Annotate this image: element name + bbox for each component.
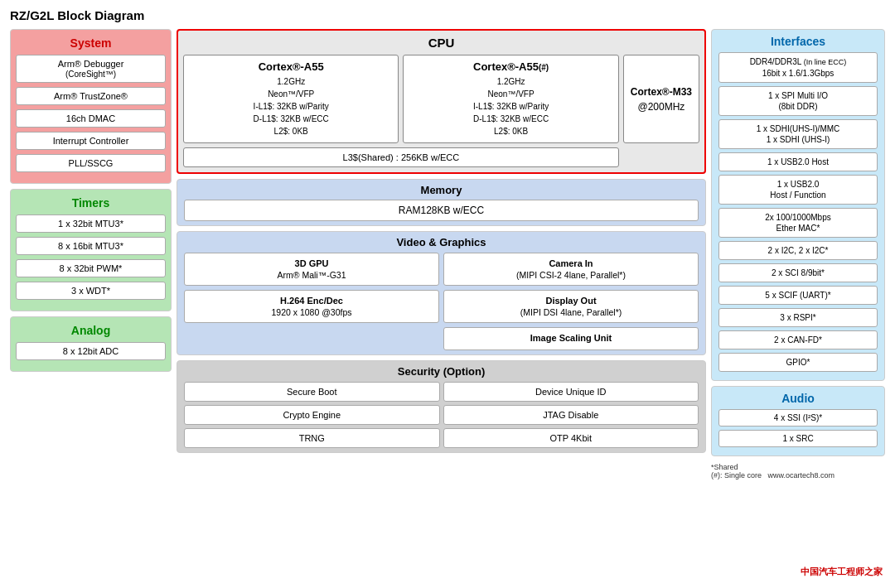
gpu-detail: Arm® Mali™-G31 bbox=[190, 270, 433, 280]
cortex-a55-1-detail: 1.2GHzNeon™/VFPI-L1$: 32KB w/ParityD-L1$… bbox=[191, 75, 391, 137]
page-wrapper: RZ/G2L Block Diagram System Arm® Debugge… bbox=[0, 0, 895, 588]
iface-sci: 2 x SCI 8/9bit* bbox=[718, 263, 878, 282]
security-box: Security (Option) Secure Boot Device Uni… bbox=[177, 360, 706, 453]
interfaces-box: Interfaces DDR4/DDR3L (In line ECC)16bit… bbox=[711, 29, 885, 381]
security-item-otp: OTP 4Kbit bbox=[443, 428, 699, 448]
video-inner: 3D GPU Arm® Mali™-G31 Camera In (MIPI CS… bbox=[184, 253, 699, 350]
cortex-m33-freq: @200MHz bbox=[631, 101, 692, 113]
audio-box: Audio 4 x SSI (I²S)* 1 x SRC bbox=[711, 386, 885, 456]
system-item-interrupt: Interrupt Controller bbox=[16, 132, 166, 150]
analog-box: Analog 8 x 12bit ADC bbox=[10, 316, 172, 372]
iface-gpio: GPIO* bbox=[718, 353, 878, 372]
display-detail: (MIPI DSI 4lane, Parallel*) bbox=[449, 307, 693, 317]
timer-item-3: 8 x 32bit PWM* bbox=[16, 259, 166, 277]
scaling-title: Image Scaling Unit bbox=[449, 333, 693, 343]
interfaces-title: Interfaces bbox=[718, 35, 878, 48]
memory-title: Memory bbox=[184, 184, 699, 196]
security-item-crypto: Crypto Engine bbox=[184, 405, 440, 425]
display-title: Display Out bbox=[449, 296, 693, 306]
iface-usb-hf: 1 x USB2.0Host / Function bbox=[718, 175, 878, 205]
timers-box: Timers 1 x 32bit MTU3* 8 x 16bit MTU3* 8… bbox=[10, 189, 172, 311]
memory-content: RAM128KB w/ECC bbox=[184, 200, 699, 221]
system-box: System Arm® Debugger(CoreSight™) Arm® Tr… bbox=[10, 29, 172, 184]
iface-canfd: 2 x CAN-FD* bbox=[718, 330, 878, 349]
video-item-scaling: Image Scaling Unit bbox=[443, 327, 699, 350]
cortex-a55-2-detail: 1.2GHzNeon™/VFPI-L1$: 32KB w/ParityD-L1$… bbox=[410, 75, 611, 137]
system-item-pll: PLL/SSCG bbox=[16, 154, 166, 172]
l3-shared: L3$(Shared) : 256KB w/ECC bbox=[183, 147, 619, 167]
memory-box: Memory RAM128KB w/ECC bbox=[177, 179, 706, 226]
timer-item-2: 8 x 16bit MTU3* bbox=[16, 237, 166, 255]
cpu-inner: Cortex®-A55 1.2GHzNeon™/VFPI-L1$: 32KB w… bbox=[183, 55, 699, 167]
h264-detail: 1920 x 1080 @30fps bbox=[190, 307, 433, 317]
video-item-gpu: 3D GPU Arm® Mali™-G31 bbox=[184, 253, 439, 286]
audio-title: Audio bbox=[718, 392, 878, 405]
system-item-debugger: Arm® Debugger(CoreSight™) bbox=[16, 55, 166, 83]
iface-usb-host: 1 x USB2.0 Host bbox=[718, 152, 878, 171]
timers-title: Timers bbox=[16, 196, 166, 210]
camera-detail: (MIPI CSI-2 4lane, Parallel*) bbox=[449, 270, 693, 280]
security-item-deviceid: Device Unique ID bbox=[443, 382, 699, 402]
video-item-display: Display Out (MIPI DSI 4lane, Parallel*) bbox=[443, 290, 699, 323]
analog-item-1: 8 x 12bit ADC bbox=[16, 342, 166, 360]
system-title: System bbox=[16, 36, 166, 50]
system-item-dmac: 16ch DMAC bbox=[16, 109, 166, 128]
iface-rspi: 3 x RSPI* bbox=[718, 308, 878, 327]
cortex-a55-2: Cortex®-A55(#) 1.2GHzNeon™/VFPI-L1$: 32K… bbox=[403, 55, 618, 143]
cortex-a55-2-name: Cortex®-A55(#) bbox=[410, 60, 611, 73]
video-title: Video & Graphics bbox=[184, 236, 699, 248]
cpu-box: CPU Cortex®-A55 1.2GHzNeon™/VFPI-L1$: 32… bbox=[177, 29, 706, 174]
security-title: Security (Option) bbox=[184, 365, 699, 378]
iface-sdhi: 1 x SDHI(UHS-I)/MMC1 x SDHI (UHS-I) bbox=[718, 119, 878, 149]
footnote-single: (#): Single core www.ocartech8.com bbox=[711, 471, 885, 480]
analog-title: Analog bbox=[16, 324, 166, 337]
watermark: 中国汽车工程师之家 bbox=[801, 566, 883, 578]
iface-spi: 1 x SPI Multi I/O(8bit DDR) bbox=[718, 86, 878, 116]
audio-item-src: 1 x SRC bbox=[718, 430, 878, 447]
cortex-m33-name: Cortex®-M33 bbox=[631, 86, 692, 98]
video-item-h264: H.264 Enc/Dec 1920 x 1080 @30fps bbox=[184, 290, 439, 323]
cortex-m33: Cortex®-M33 @200MHz bbox=[623, 55, 699, 143]
center-column: CPU Cortex®-A55 1.2GHzNeon™/VFPI-L1$: 32… bbox=[177, 29, 706, 480]
gpu-title: 3D GPU bbox=[190, 258, 433, 268]
security-item-secureboot: Secure Boot bbox=[184, 382, 440, 402]
right-column: Interfaces DDR4/DDR3L (In line ECC)16bit… bbox=[711, 29, 885, 480]
cortex-a55-1: Cortex®-A55 1.2GHzNeon™/VFPI-L1$: 32KB w… bbox=[183, 55, 399, 143]
video-box: Video & Graphics 3D GPU Arm® Mali™-G31 C… bbox=[177, 231, 706, 355]
main-grid: System Arm® Debugger(CoreSight™) Arm® Tr… bbox=[10, 29, 885, 480]
security-inner: Secure Boot Device Unique ID Crypto Engi… bbox=[184, 382, 699, 448]
iface-ether: 2x 100/1000MbpsEther MAC* bbox=[718, 208, 878, 238]
cortex-a55-1-name: Cortex®-A55 bbox=[191, 60, 391, 73]
h264-title: H.264 Enc/Dec bbox=[190, 296, 433, 306]
footnote-shared: *Shared bbox=[711, 463, 885, 471]
security-item-trng: TRNG bbox=[184, 428, 440, 448]
security-item-jtag: JTAG Disable bbox=[443, 405, 699, 425]
audio-item-ssi: 4 x SSI (I²S)* bbox=[718, 409, 878, 427]
iface-i2c: 2 x I2C, 2 x I2C* bbox=[718, 241, 878, 260]
iface-ddr: DDR4/DDR3L (In line ECC)16bit x 1.6/1.3G… bbox=[718, 52, 878, 83]
camera-title: Camera In bbox=[449, 258, 693, 268]
iface-scif: 5 x SCIF (UART)* bbox=[718, 286, 878, 305]
video-item-camera: Camera In (MIPI CSI-2 4lane, Parallel*) bbox=[443, 253, 699, 286]
left-column: System Arm® Debugger(CoreSight™) Arm® Tr… bbox=[10, 29, 172, 480]
footnotes: *Shared (#): Single core www.ocartech8.c… bbox=[711, 463, 885, 480]
timer-item-1: 1 x 32bit MTU3* bbox=[16, 214, 166, 233]
system-item-trustzone: Arm® TrustZone® bbox=[16, 87, 166, 105]
timer-item-4: 3 x WDT* bbox=[16, 282, 166, 300]
cpu-title: CPU bbox=[183, 36, 699, 50]
page-title: RZ/G2L Block Diagram bbox=[10, 8, 885, 22]
video-item-empty bbox=[184, 327, 439, 350]
